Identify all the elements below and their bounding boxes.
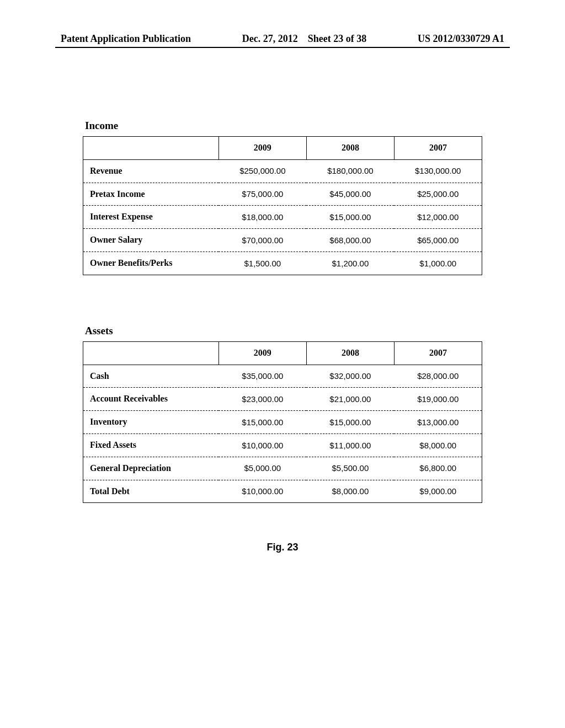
row-value: $250,000.00 (218, 159, 306, 183)
header-doc-number: US 2012/0330729 A1 (418, 33, 504, 45)
row-value: $10,000.00 (218, 480, 306, 503)
row-value: $1,200.00 (306, 251, 394, 275)
row-label: Total Debt (83, 480, 219, 503)
row-value: $8,000.00 (394, 433, 482, 457)
table-row: Cash $35,000.00 $32,000.00 $28,000.00 (83, 365, 482, 388)
row-value: $23,000.00 (218, 388, 306, 411)
assets-title: Assets (85, 325, 482, 337)
row-value: $130,000.00 (394, 159, 482, 183)
row-value: $180,000.00 (306, 159, 394, 183)
header-sheet-number: Sheet 23 of 38 (308, 33, 367, 44)
income-title: Income (85, 120, 482, 132)
assets-header-year: 2007 (394, 341, 482, 365)
row-label: Fixed Assets (83, 433, 219, 457)
patent-page: Patent Application Publication Dec. 27, … (0, 0, 565, 586)
table-row: Account Receivables $23,000.00 $21,000.0… (83, 388, 482, 411)
table-row: Inventory $15,000.00 $15,000.00 $13,000.… (83, 411, 482, 434)
row-value: $6,800.00 (394, 457, 482, 480)
row-value: $5,000.00 (218, 457, 306, 480)
header-rule (55, 47, 510, 48)
row-value: $15,000.00 (306, 411, 394, 434)
row-value: $68,000.00 (306, 229, 394, 252)
row-label: Owner Benefits/Perks (83, 251, 219, 275)
row-label: General Depreciation (83, 457, 219, 480)
row-value: $15,000.00 (218, 411, 306, 434)
row-value: $35,000.00 (218, 365, 306, 388)
income-table: 2009 2008 2007 Revenue $250,000.00 $180,… (83, 136, 482, 275)
row-label: Owner Salary (83, 229, 219, 252)
row-label: Interest Expense (83, 206, 219, 229)
row-value: $13,000.00 (394, 411, 482, 434)
row-label: Revenue (83, 159, 219, 183)
row-value: $45,000.00 (306, 183, 394, 206)
row-value: $25,000.00 (394, 183, 482, 206)
row-value: $8,000.00 (306, 480, 394, 503)
income-header-year: 2009 (218, 137, 306, 160)
table-header-row: 2009 2008 2007 (83, 341, 482, 365)
table-row: Fixed Assets $10,000.00 $11,000.00 $8,00… (83, 433, 482, 457)
row-label: Cash (83, 365, 219, 388)
row-value: $5,500.00 (306, 457, 394, 480)
table-header-row: 2009 2008 2007 (83, 137, 482, 160)
income-header-year: 2008 (306, 137, 394, 160)
row-value: $19,000.00 (394, 388, 482, 411)
row-value: $9,000.00 (394, 480, 482, 503)
row-value: $75,000.00 (218, 183, 306, 206)
row-value: $12,000.00 (394, 206, 482, 229)
table-row: Owner Benefits/Perks $1,500.00 $1,200.00… (83, 251, 482, 275)
figure-caption: Fig. 23 (55, 542, 510, 553)
assets-header-year: 2009 (218, 341, 306, 365)
table-row: General Depreciation $5,000.00 $5,500.00… (83, 457, 482, 480)
row-value: $28,000.00 (394, 365, 482, 388)
income-section: Income 2009 2008 2007 Revenue $250,000.0… (55, 120, 510, 275)
table-row: Owner Salary $70,000.00 $68,000.00 $65,0… (83, 229, 482, 252)
row-value: $18,000.00 (218, 206, 306, 229)
header-sheet: Dec. 27, 2012 Sheet 23 of 38 (242, 33, 366, 45)
header-publication: Patent Application Publication (61, 33, 191, 45)
assets-header-blank (83, 341, 219, 365)
table-row: Revenue $250,000.00 $180,000.00 $130,000… (83, 159, 482, 183)
row-value: $65,000.00 (394, 229, 482, 252)
table-row: Interest Expense $18,000.00 $15,000.00 $… (83, 206, 482, 229)
header-date: Dec. 27, 2012 (242, 33, 298, 44)
row-value: $11,000.00 (306, 433, 394, 457)
assets-header-year: 2008 (306, 341, 394, 365)
row-label: Inventory (83, 411, 219, 434)
row-value: $1,000.00 (394, 251, 482, 275)
row-value: $70,000.00 (218, 229, 306, 252)
page-header: Patent Application Publication Dec. 27, … (55, 33, 510, 45)
row-value: $32,000.00 (306, 365, 394, 388)
row-value: $1,500.00 (218, 251, 306, 275)
row-label: Pretax Income (83, 183, 219, 206)
row-value: $21,000.00 (306, 388, 394, 411)
income-header-blank (83, 137, 219, 160)
assets-table: 2009 2008 2007 Cash $35,000.00 $32,000.0… (83, 341, 482, 504)
row-value: $15,000.00 (306, 206, 394, 229)
table-row: Total Debt $10,000.00 $8,000.00 $9,000.0… (83, 480, 482, 503)
row-value: $10,000.00 (218, 433, 306, 457)
income-header-year: 2007 (394, 137, 482, 160)
row-label: Account Receivables (83, 388, 219, 411)
assets-section: Assets 2009 2008 2007 Cash $35,000.00 $3… (55, 325, 510, 504)
table-row: Pretax Income $75,000.00 $45,000.00 $25,… (83, 183, 482, 206)
